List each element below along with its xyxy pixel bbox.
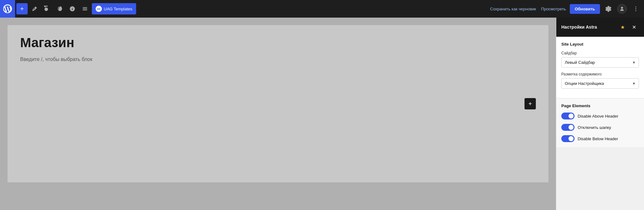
sidebar-field-label: Сайдбар: [561, 51, 639, 55]
page-elements-section: Page Elements Disable Above Header Отклю…: [556, 98, 644, 147]
plus-inline-icon: +: [528, 100, 532, 108]
disable-below-header-toggle[interactable]: [561, 135, 575, 142]
canvas-content: Магазин Введите /, чтобы выбрать блок +: [8, 25, 548, 182]
svg-point-0: [636, 7, 636, 8]
list-view-button[interactable]: [79, 3, 91, 14]
save-draft-button[interactable]: Сохранить как черновик: [489, 5, 537, 13]
disable-above-header-toggle[interactable]: [561, 113, 575, 119]
panel-header-actions: ★ ✕: [618, 22, 639, 32]
undo-icon: [44, 6, 50, 12]
content-markup-select[interactable]: Опции Настройщика Полная Ширина Сжатый: [561, 78, 639, 89]
more-vertical-icon: [633, 6, 639, 12]
toolbar-right: Сохранить как черновик Просмотреть Обнов…: [489, 3, 641, 14]
disable-below-header-label: Disable Below Header: [578, 136, 618, 141]
preview-button[interactable]: Просмотреть: [540, 5, 567, 13]
disable-above-header-row: Disable Above Header: [561, 113, 639, 119]
close-panel-button[interactable]: ✕: [629, 22, 639, 32]
disable-header-label: Отключить шапку: [578, 125, 611, 130]
site-layout-section: Site Layout Сайдбар Левый Сайдбар Правый…: [556, 37, 644, 98]
svg-point-1: [636, 8, 636, 9]
page-title: Магазин: [20, 35, 536, 50]
toggle-knob-3: [569, 136, 574, 141]
settings-gear-button[interactable]: [602, 3, 614, 14]
disable-above-header-label: Disable Above Header: [578, 114, 618, 119]
more-options-button[interactable]: [630, 3, 641, 14]
add-block-inline-button[interactable]: +: [525, 98, 536, 109]
content-markup-label: Разметка содержимого: [561, 72, 639, 76]
wp-logo-icon: [3, 4, 12, 13]
info-icon: [69, 6, 75, 12]
uag-templates-button[interactable]: uo UAG Templates: [92, 3, 136, 14]
toggle-knob-2: [569, 125, 574, 130]
sidebar-select-wrapper: Левый Сайдбар Правый Сайдбар Без Сайдбар…: [561, 57, 639, 68]
content-markup-select-wrapper: Опции Настройщика Полная Ширина Сжатый ▼: [561, 78, 639, 89]
toolbar: + uo UAG Templates Сохранить как чернови…: [0, 0, 644, 18]
panel-title: Настройки Astra: [561, 25, 597, 30]
redo-button[interactable]: [54, 3, 65, 14]
disable-header-row: Отключить шапку: [561, 124, 639, 131]
panel-header: Настройки Astra ★ ✕: [556, 18, 644, 37]
disable-below-header-row: Disable Below Header: [561, 135, 639, 142]
avatar: [617, 4, 627, 14]
user-icon: [619, 6, 625, 11]
edit-pen-button[interactable]: [29, 3, 40, 14]
editor-placeholder-text[interactable]: Введите /, чтобы выбрать блок: [20, 57, 536, 62]
svg-point-2: [636, 10, 636, 11]
star-icon: ★: [620, 24, 625, 30]
page-elements-title: Page Elements: [561, 103, 639, 108]
pen-icon: [31, 6, 38, 12]
site-layout-title: Site Layout: [561, 42, 639, 47]
close-icon: ✕: [632, 24, 636, 30]
undo-button[interactable]: [42, 3, 53, 14]
settings-panel: Настройки Astra ★ ✕ Site Layout Сайдбар …: [556, 18, 644, 210]
sidebar-select[interactable]: Левый Сайдбар Правый Сайдбар Без Сайдбар…: [561, 57, 639, 68]
user-avatar-button[interactable]: [616, 3, 628, 14]
disable-header-toggle[interactable]: [561, 124, 575, 131]
star-favorite-button[interactable]: ★: [618, 22, 628, 32]
list-view-icon: [82, 6, 88, 12]
redo-icon: [57, 6, 63, 12]
editor-canvas: Магазин Введите /, чтобы выбрать блок +: [0, 18, 556, 210]
toolbar-left: + uo UAG Templates: [3, 0, 488, 18]
main-area: Магазин Введите /, чтобы выбрать блок + …: [0, 18, 644, 210]
toggle-knob: [569, 113, 574, 119]
info-button[interactable]: [67, 3, 78, 14]
plus-icon: +: [20, 5, 24, 13]
update-button[interactable]: Обновить: [570, 4, 600, 14]
add-block-toolbar-button[interactable]: +: [16, 3, 28, 14]
uag-logo-icon: uo: [96, 6, 102, 12]
wp-logo-button[interactable]: [0, 0, 15, 18]
gear-icon: [605, 6, 611, 12]
